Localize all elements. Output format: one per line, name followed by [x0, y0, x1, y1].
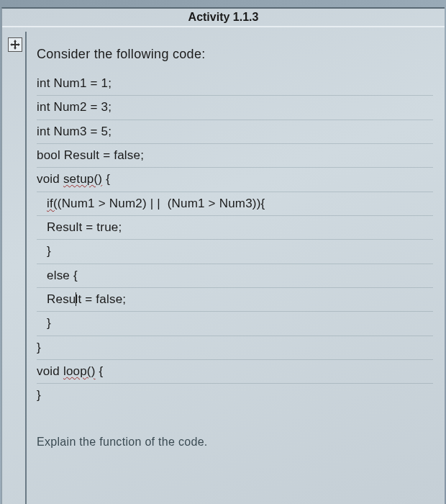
code-line-2: int Num2 = 3;: [37, 95, 433, 119]
kw-void: void: [37, 172, 63, 186]
code-line-4: bool Result = false;: [37, 143, 433, 167]
code-line-13: void loop() {: [37, 359, 433, 383]
code-line-10: Result = false;: [37, 287, 433, 311]
code-block: Consider the following code: int Num1 = …: [27, 32, 443, 459]
kw-void2: void: [37, 364, 63, 378]
code-line-3: int Num3 = 5;: [37, 120, 433, 143]
content-area: Consider the following code: int Num1 = …: [25, 32, 443, 504]
explain-prompt: Explain the function of the code.: [37, 433, 433, 451]
code-line-9: else {: [37, 264, 433, 287]
resu-a: Resu: [47, 292, 76, 306]
resu-b: lt = false;: [76, 292, 127, 306]
code-line-11: }: [37, 311, 433, 335]
move-handle-icon[interactable]: [8, 37, 22, 52]
page-title: Activity 1.1.3: [188, 11, 259, 24]
fn-setup: setup(): [63, 172, 102, 186]
code-line-1: int Num1 = 1;: [37, 72, 433, 95]
code-line-8: }: [37, 239, 433, 263]
brace2: {: [96, 364, 104, 378]
brace: {: [102, 172, 110, 186]
document-frame: Activity 1.1.3 Consider the following co…: [1, 7, 445, 504]
code-line-12: }: [37, 336, 433, 359]
cond: (Num1 > Num2) | | (Num1 > Num3)){: [58, 197, 265, 210]
code-line-6: if((Num1 > Num2) | | (Num1 > Num3)){: [37, 192, 433, 215]
code-line-5: void setup() {: [37, 167, 433, 191]
fn-loop: loop(): [63, 364, 96, 378]
code-line-7: Result = true;: [37, 215, 433, 239]
intro-text: Consider the following code:: [37, 45, 433, 72]
code-line-14: }: [37, 383, 433, 407]
title-bar: Activity 1.1.3: [2, 9, 445, 27]
kw-if: if(: [47, 197, 58, 210]
